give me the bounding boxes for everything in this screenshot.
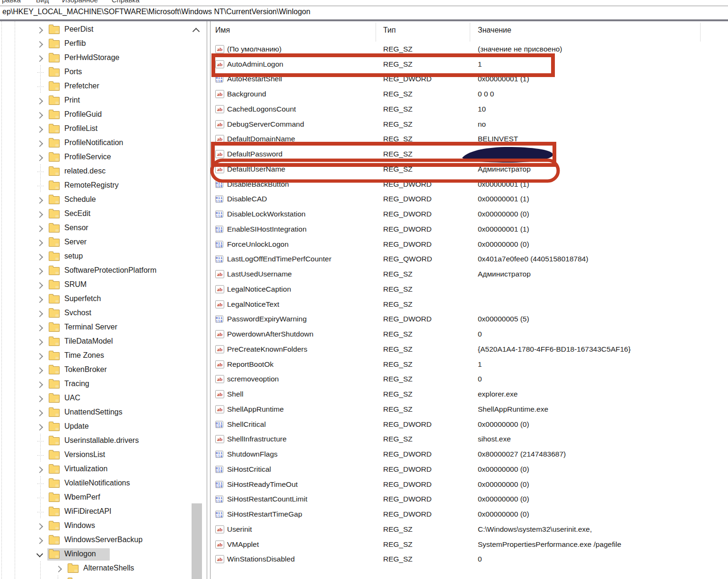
tree-item-userinstallable-drivers[interactable]: Userinstallable.drivers [0,434,207,448]
chevron-right-icon[interactable] [36,410,43,416]
chevron-right-icon[interactable] [36,311,43,317]
tree-item-unattendsettings[interactable]: UnattendSettings [0,406,207,420]
tree-item-srum[interactable]: SRUM [0,278,207,292]
tree-item-svchost[interactable]: Svchost [0,306,207,320]
chevron-right-icon[interactable] [36,325,43,331]
value-row-sihostcritical[interactable]: 011110SiHostCriticalREG_DWORD0x00000000 … [213,462,728,477]
pane-divider[interactable] [207,21,207,579]
chevron-right-icon[interactable] [36,353,43,360]
value-row-background[interactable]: abBackgroundREG_SZ0 0 0 [213,86,728,102]
tree-item-ports[interactable]: Ports [0,65,207,79]
tree-item-virtualization[interactable]: Virtualization [0,462,207,476]
chevron-right-icon[interactable] [36,523,43,530]
scrollbar-thumb[interactable] [192,503,202,579]
tree-item-related-desc[interactable]: related.desc [0,164,207,179]
menu-item-favorites[interactable]: Избранное [62,0,98,4]
tree-item-time-zones[interactable]: Time Zones [0,349,207,363]
tree-item-softwareprotectionplatform[interactable]: SoftwareProtectionPlatform [0,264,207,278]
chevron-right-icon[interactable] [36,211,43,218]
chevron-down-icon[interactable] [36,551,43,557]
chevron-right-icon[interactable] [36,197,43,204]
value-row-legalnoticecaption[interactable]: abLegalNoticeCaptionREG_SZ [213,282,728,297]
tree-scrollbar[interactable] [188,21,204,579]
tree-item-superfetch[interactable]: Superfetch [0,292,207,306]
value-row-shellappruntime[interactable]: abShellAppRuntimeREG_SZShellAppRuntime.e… [213,402,728,417]
value-row-lastlogoffendtimeperfcounter[interactable]: 011110LastLogOffEndTimePerfCounterREG_QW… [213,252,728,267]
column-divider[interactable] [470,23,470,42]
chevron-right-icon[interactable] [36,367,43,374]
chevron-right-icon[interactable] [36,55,43,62]
menu-item-help[interactable]: Справка [112,0,140,4]
value-row-userinit[interactable]: abUserinitREG_SZC:\Windows\system32\user… [213,522,728,537]
tree-item-tracing[interactable]: Tracing [0,377,207,391]
value-row-defaultdomainname[interactable]: abDefaultDomainNameREG_SZBELINVEST [213,132,728,147]
value-row-defaultusername[interactable]: abDefaultUserNameREG_SZАдминистратор [213,162,728,177]
chevron-right-icon[interactable] [36,240,43,246]
tree-item-profileservice[interactable]: ProfileService [0,150,207,164]
value-row-forceunlocklogon[interactable]: 011110ForceUnlockLogonREG_DWORD0x0000000… [213,237,728,252]
tree-item-sensor[interactable]: Sensor [0,221,207,235]
chevron-right-icon[interactable] [36,537,43,544]
chevron-right-icon[interactable] [36,254,43,260]
chevron-right-icon[interactable] [55,566,62,572]
column-divider[interactable] [700,23,701,42]
value-row-shutdownflags[interactable]: 011110ShutdownFlagsREG_DWORD0x80000027 (… [213,447,728,462]
chevron-right-icon[interactable] [36,27,43,34]
value-row-defaultpassword[interactable]: abDefaultPasswordREG_SZ [213,147,728,162]
tree-item-peerdist[interactable]: PeerDist [0,23,207,37]
value-row-shellcritical[interactable]: 011110ShellCriticalREG_DWORD0x00000000 (… [213,417,728,432]
menu-item-edit[interactable]: равка [2,0,21,4]
tree-item-perhwldstorage[interactable]: PerHwldStorage [0,51,207,65]
pane-divider[interactable] [210,21,211,579]
chevron-right-icon[interactable] [36,268,43,275]
chevron-right-icon[interactable] [36,225,43,232]
chevron-right-icon[interactable] [36,396,43,402]
tree-item-secedit[interactable]: SecEdit [0,207,207,221]
tree-item-versionslist[interactable]: VersionsList [0,448,207,462]
chevron-right-icon[interactable] [36,424,43,431]
tree-item-windows[interactable]: Windows [0,519,207,533]
column-header-value[interactable]: Значение [478,26,511,35]
value-row-autorestartshell[interactable]: 011110AutoRestartShellREG_DWORD0x0000000… [213,72,728,87]
tree-item-terminal-server[interactable]: Terminal Server [0,320,207,335]
tree-item-partial[interactable] [0,576,207,579]
tree-item-profilelist[interactable]: ProfileList [0,122,207,136]
tree-item-winlogon[interactable]: Winlogon [0,547,207,562]
chevron-right-icon[interactable] [36,41,43,48]
chevron-right-icon[interactable] [36,282,43,289]
chevron-right-icon[interactable] [36,381,43,388]
value-row-disablecad[interactable]: 011110DisableCADREG_DWORD0x00000001 (1) [213,192,728,207]
value-row-passwordexpirywarning[interactable]: 011110PasswordExpiryWarningREG_DWORD0x00… [213,312,728,327]
value-row-reportbootok[interactable]: abReportBootOkREG_SZ1 [213,357,728,372]
chevron-right-icon[interactable] [36,155,43,161]
value-row-legalnoticetext[interactable]: abLegalNoticeTextREG_SZ [213,297,728,312]
chevron-right-icon[interactable] [36,98,43,104]
value-row-powerdownaftershutdown[interactable]: abPowerdownAfterShutdownREG_SZ0 [213,327,728,342]
value-row-sihostreadytimeout[interactable]: 011110SiHostReadyTimeOutREG_DWORD0x00000… [213,477,728,492]
value-row-shell[interactable]: abShellREG_SZexplorer.exe [213,387,728,402]
chevron-right-icon[interactable] [36,126,43,133]
tree-item-wifidirectapi[interactable]: WiFiDirectAPI [0,505,207,519]
tree-item-tiledatamodel[interactable]: TileDataModel [0,335,207,349]
value-row-sihostrestarttimegap[interactable]: 011110SiHostRestartTimeGapREG_DWORD0x000… [213,507,728,522]
value-row-scremoveoption[interactable]: abscremoveoptionREG_SZ0 [213,372,728,387]
tree-item-volatilenotifications[interactable]: VolatileNotifications [0,476,207,491]
column-header-name[interactable]: Имя [215,26,230,35]
tree-item-profilenotification[interactable]: ProfileNotification [0,136,207,150]
tree-item-print[interactable]: Print [0,94,207,108]
menu-item-view[interactable]: Вид [36,0,49,4]
tree-item-schedule[interactable]: Schedule [0,193,207,207]
value-row--по-умолчанию-[interactable]: ab(По умолчанию)REG_SZ(значение не присв… [213,42,728,57]
tree-item-update[interactable]: Update [0,420,207,434]
tree-item-wbemperf[interactable]: WbemPerf [0,491,207,505]
value-row-vmapplet[interactable]: abVMAppletREG_SZSystemPropertiesPerforma… [213,537,728,552]
value-row-sihostrestartcountlimit[interactable]: 011110SiHostRestartCountLimitREG_DWORD0x… [213,492,728,507]
chevron-right-icon[interactable] [36,140,43,147]
tree-item-tokenbroker[interactable]: TokenBroker [0,363,207,377]
value-row-lastusedusername[interactable]: abLastUsedUsernameREG_SZАдминистратор [213,267,728,282]
value-row-cachedlogonscount[interactable]: abCachedLogonsCountREG_SZ10 [213,102,728,117]
tree-item-remoteregistry[interactable]: RemoteRegistry [0,179,207,193]
chevron-right-icon[interactable] [36,339,43,346]
tree-item-alternateshells[interactable]: AlternateShells [0,562,207,576]
value-row-precreateknownfolders[interactable]: abPreCreateKnownFoldersREG_SZ{A520A1A4-1… [213,342,728,357]
